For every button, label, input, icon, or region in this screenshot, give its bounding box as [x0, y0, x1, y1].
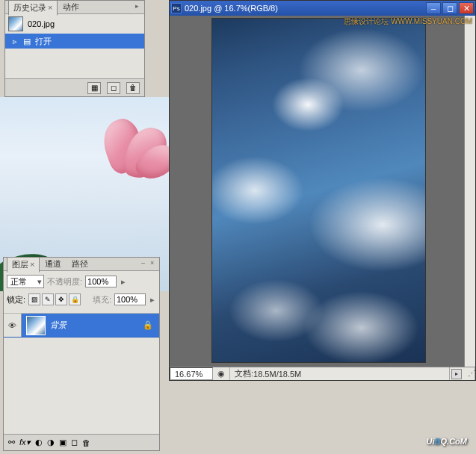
tab-layers[interactable]: 图层× — [7, 257, 40, 273]
adjustment-layer-icon[interactable]: ◑ — [47, 438, 55, 447]
lotus-flower — [97, 119, 172, 194]
new-snapshot-icon[interactable]: ◻ — [107, 82, 120, 94]
snapshot-filename: 020.jpg — [28, 19, 55, 28]
layer-name[interactable]: 背景 — [50, 320, 143, 331]
document-window: Ps 020.jpg @ 16.7%(RGB/8) – ◻ ✕ 思缘设计论坛 W… — [169, 0, 476, 381]
site-logo: UiBQ.CoM — [427, 431, 467, 448]
layer-thumbnail[interactable] — [26, 316, 46, 335]
layer-visibility-toggle[interactable]: 👁 — [4, 314, 22, 337]
minimize-button[interactable]: – — [426, 2, 441, 14]
lock-pixels-icon[interactable]: ✎ — [42, 293, 54, 305]
tab-actions[interactable]: 动作 — [58, 0, 84, 15]
app-icon[interactable]: Ps — [171, 3, 182, 13]
titlebar[interactable]: Ps 020.jpg @ 16.7%(RGB/8) – ◻ ✕ — [170, 1, 475, 16]
canvas-area[interactable] — [170, 16, 464, 367]
snapshot-thumbnail — [8, 16, 23, 31]
window-title: 020.jpg @ 16.7%(RGB/8) — [185, 4, 423, 13]
layer-item-background[interactable]: 👁 背景 🔒 — [4, 314, 159, 338]
trash-icon[interactable]: 🗑 — [126, 82, 140, 94]
panel-menu-icon[interactable]: ▸ — [135, 2, 143, 10]
opacity-label: 不透明度: — [47, 276, 82, 287]
blend-mode-select[interactable]: 正常 — [7, 275, 44, 288]
history-panel: 历史记录× 动作 ▸ 020.jpg ▹ ▤ 打开 ▦ ◻ 🗑 — [4, 0, 145, 97]
history-pointer-icon: ▹ — [11, 37, 19, 45]
layer-fx-icon[interactable]: fx▾ — [19, 438, 31, 447]
lock-options: ▨ ✎ ✥ 🔒 — [28, 293, 81, 305]
layers-controls: 正常 不透明度: 100% ▸ 锁定: ▨ ✎ ✥ 🔒 填充: 100% ▸ — [4, 271, 159, 314]
watermark-text: 思缘设计论坛 WWW.MISSYUAN.COM — [344, 16, 472, 27]
resize-grip[interactable]: ⋰ — [463, 367, 475, 380]
close-panel-icon[interactable]: × — [150, 259, 158, 267]
lock-position-icon[interactable]: ✥ — [55, 293, 67, 305]
minimize-panel-icon[interactable]: – — [141, 259, 149, 267]
layer-mask-icon[interactable]: ◐ — [35, 438, 43, 447]
close-button[interactable]: ✕ — [459, 2, 474, 14]
layers-tabs: 图层× 通道 路径 – × — [4, 258, 159, 271]
status-bar: 16.67% ◉ 文档:18.5M/18.5M ▸ ⋰ — [170, 367, 475, 380]
new-layer-icon[interactable]: ◻ — [71, 438, 78, 447]
maximize-button[interactable]: ◻ — [442, 2, 457, 14]
status-menu-icon[interactable]: ◉ — [213, 367, 230, 380]
history-step-icon: ▤ — [23, 37, 31, 46]
history-snapshot-item[interactable]: 020.jpg — [5, 14, 144, 34]
history-tabs: 历史记录× 动作 ▸ — [5, 1, 144, 14]
close-icon[interactable]: × — [30, 260, 34, 269]
new-group-icon[interactable]: ▣ — [59, 438, 67, 447]
close-icon[interactable]: × — [48, 3, 52, 12]
document-size-info[interactable]: 文档:18.5M/18.5M — [230, 367, 450, 380]
history-step-label: 打开 — [35, 36, 52, 47]
scroll-right-icon[interactable]: ▸ — [451, 369, 462, 379]
create-document-icon[interactable]: ▦ — [87, 82, 101, 94]
eye-icon: 👁 — [8, 321, 16, 330]
lock-icon: 🔒 — [143, 320, 153, 330]
fill-input[interactable]: 100% — [114, 293, 146, 305]
lock-transparent-icon[interactable]: ▨ — [28, 293, 40, 305]
fill-slider-arrow-icon[interactable]: ▸ — [149, 295, 156, 305]
zoom-level-input[interactable]: 16.67% — [170, 367, 213, 380]
layers-panel-footer: ⚯ fx▾ ◐ ◑ ▣ ◻ 🗑 — [4, 434, 159, 450]
tab-paths[interactable]: 路径 — [67, 256, 93, 272]
opacity-slider-arrow-icon[interactable]: ▸ — [120, 277, 127, 287]
history-step-open[interactable]: ▹ ▤ 打开 — [5, 34, 144, 49]
delete-layer-icon[interactable]: 🗑 — [82, 438, 90, 447]
tab-channels[interactable]: 通道 — [40, 256, 67, 272]
history-panel-footer: ▦ ◻ 🗑 — [5, 78, 144, 96]
link-layers-icon[interactable]: ⚯ — [8, 438, 15, 447]
document-image-sky — [212, 19, 425, 362]
layers-panel: 图层× 通道 路径 – × 正常 不透明度: 100% ▸ 锁定: ▨ ✎ ✥ … — [3, 257, 160, 451]
tab-history[interactable]: 历史记录× — [8, 0, 58, 16]
lock-all-icon[interactable]: 🔒 — [69, 293, 81, 305]
opacity-input[interactable]: 100% — [85, 276, 117, 287]
fill-label: 填充: — [93, 294, 111, 305]
vertical-scrollbar[interactable] — [464, 16, 475, 367]
lock-label: 锁定: — [7, 294, 25, 305]
